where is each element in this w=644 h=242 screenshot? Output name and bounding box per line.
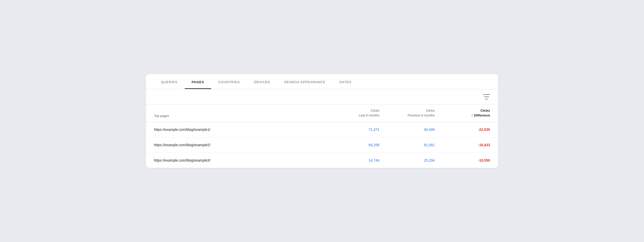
cell-clicks-prev: 94,006: [379, 128, 435, 132]
cell-clicks-last: 64,258: [324, 143, 379, 147]
tab-devices[interactable]: DEVICES: [247, 74, 277, 89]
cell-clicks-diff: -16,833: [435, 143, 490, 147]
cell-page-url[interactable]: https://example.com/blog/example3/: [154, 158, 324, 162]
main-card: QUERIES PAGES COUNTRIES DEVICES SEARCH A…: [146, 74, 498, 168]
tab-dates[interactable]: DATES: [332, 74, 358, 89]
col-label-pages: Top pages: [154, 114, 324, 118]
cell-page-url[interactable]: https://example.com/blog/example2/: [154, 143, 324, 147]
sort-arrow-icon: ↑: [471, 113, 473, 117]
cell-clicks-prev: 25,294: [379, 158, 435, 162]
tab-nav: QUERIES PAGES COUNTRIES DEVICES SEARCH A…: [146, 74, 498, 89]
cell-page-url[interactable]: https://example.com/blog/example1/: [154, 128, 324, 132]
filter-icon[interactable]: [483, 94, 490, 99]
col-header-clicks-diff[interactable]: ↑ Clicks Difference: [435, 108, 490, 117]
data-table: Top pages Clicks Last 6 months Clicks Pr…: [146, 104, 498, 168]
cell-clicks-diff: -22,535: [435, 128, 490, 132]
cell-clicks-diff: -10,550: [435, 158, 490, 162]
tab-queries[interactable]: QUERIES: [154, 74, 185, 89]
table-row: https://example.com/blog/example3/ 14,74…: [146, 153, 498, 168]
col-header-clicks-prev[interactable]: Clicks Previous 6 months: [379, 108, 435, 117]
cell-clicks-prev: 81,091: [379, 143, 435, 147]
table-row: https://example.com/blog/example1/ 71,47…: [146, 122, 498, 137]
col-header-clicks-last[interactable]: Clicks Last 6 months: [324, 108, 379, 117]
table-header: Top pages Clicks Last 6 months Clicks Pr…: [146, 104, 498, 122]
tab-countries[interactable]: COUNTRIES: [211, 74, 247, 89]
tab-pages[interactable]: PAGES: [185, 74, 211, 89]
filter-bar: [146, 89, 498, 104]
tab-search-appearance[interactable]: SEARCH APPEARANCE: [277, 74, 333, 89]
table-row: https://example.com/blog/example2/ 64,25…: [146, 137, 498, 153]
cell-clicks-last: 71,471: [324, 128, 379, 132]
cell-clicks-last: 14,744: [324, 158, 379, 162]
